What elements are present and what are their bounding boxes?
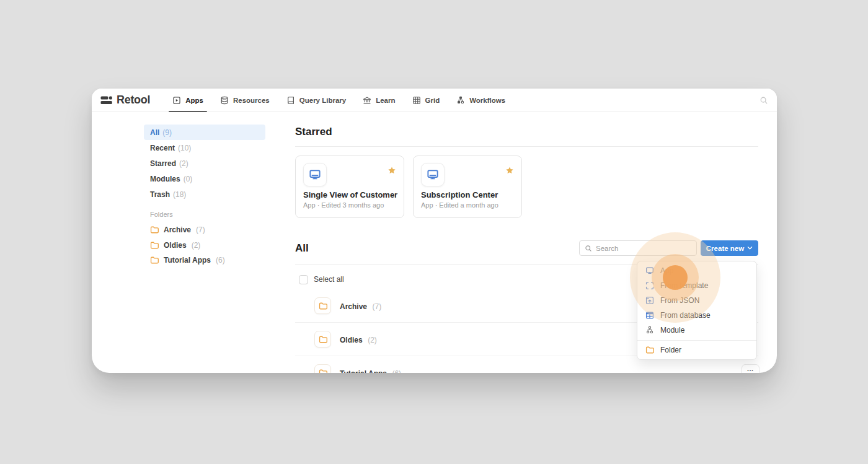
folder-icon-box bbox=[314, 364, 331, 373]
sidebar-item-label: Trash bbox=[150, 190, 170, 199]
tab-workflows[interactable]: Workflows bbox=[456, 89, 505, 112]
all-section-header: All Create new bbox=[295, 240, 758, 256]
bank-icon bbox=[363, 96, 371, 105]
search-icon bbox=[585, 245, 592, 252]
book-icon bbox=[286, 96, 295, 105]
folder-icon-box bbox=[314, 331, 331, 348]
folder-row-count: (2) bbox=[368, 336, 377, 344]
sidebar-item-count: (0) bbox=[184, 175, 193, 183]
sidebar-folder-archive[interactable]: Archive (7) bbox=[144, 222, 265, 238]
retool-logo[interactable]: Retool bbox=[100, 94, 150, 107]
module-icon bbox=[645, 326, 654, 335]
tab-learn[interactable]: Learn bbox=[363, 89, 395, 112]
workflow-icon bbox=[456, 96, 465, 105]
import-json-icon bbox=[645, 296, 654, 305]
menu-item-from-template[interactable]: From template bbox=[637, 278, 756, 293]
folder-icon bbox=[150, 225, 159, 234]
select-all-label: Select all bbox=[314, 275, 344, 284]
tab-apps[interactable]: Apps bbox=[172, 89, 203, 112]
sidebar: All (9) Recent (10) Starred (2) Modules … bbox=[144, 125, 265, 268]
app-card-single-view-of-customer[interactable]: Single View of Customer App · Edited 3 m… bbox=[295, 155, 404, 218]
folder-label: Tutorial Apps bbox=[164, 256, 211, 265]
menu-item-from-json[interactable]: From JSON bbox=[637, 293, 756, 308]
folder-count: (6) bbox=[216, 256, 225, 265]
sidebar-folder-tutorial-apps[interactable]: Tutorial Apps (6) bbox=[144, 253, 265, 268]
app-window: Retool Apps bbox=[92, 89, 777, 373]
menu-item-label: Folder bbox=[660, 346, 681, 354]
menu-item-label: Module bbox=[660, 326, 684, 335]
sidebar-item-trash[interactable]: Trash (18) bbox=[144, 186, 265, 202]
menu-item-folder[interactable]: Folder bbox=[637, 343, 756, 357]
retool-logo-icon bbox=[100, 95, 112, 105]
tab-apps-label: Apps bbox=[185, 97, 203, 104]
create-new-button[interactable]: Create new bbox=[701, 240, 758, 256]
database-icon bbox=[220, 96, 229, 105]
tab-grid-label: Grid bbox=[425, 97, 440, 104]
tab-learn-label: Learn bbox=[376, 97, 395, 104]
sidebar-item-label: All bbox=[150, 128, 159, 137]
sidebar-folder-oldies[interactable]: Oldies (2) bbox=[144, 238, 265, 253]
sidebar-item-modules[interactable]: Modules (0) bbox=[144, 171, 265, 186]
folder-row-label: Archive bbox=[340, 302, 367, 311]
apps-icon bbox=[172, 96, 181, 105]
search-input[interactable] bbox=[596, 245, 691, 252]
logo-text: Retool bbox=[117, 94, 150, 107]
folder-row-label: Tutorial Apps bbox=[340, 369, 387, 374]
folder-icon bbox=[150, 241, 159, 250]
menu-item-label: From database bbox=[660, 311, 711, 320]
sidebar-item-recent[interactable]: Recent (10) bbox=[144, 140, 265, 155]
app-icon-box bbox=[421, 163, 445, 186]
folder-label: Archive bbox=[164, 225, 191, 234]
tab-query-library[interactable]: Query Library bbox=[286, 89, 346, 112]
sidebar-item-count: (18) bbox=[173, 190, 186, 199]
app-card-title: Subscription Center bbox=[421, 190, 498, 199]
sidebar-item-all[interactable]: All (9) bbox=[144, 125, 265, 140]
grid-icon bbox=[412, 96, 421, 105]
sidebar-item-starred[interactable]: Starred (2) bbox=[144, 155, 265, 171]
create-new-menu: App From template From JSON bbox=[637, 261, 757, 360]
select-all-checkbox[interactable] bbox=[299, 275, 308, 284]
all-section-title: All bbox=[295, 242, 309, 255]
star-icon[interactable] bbox=[388, 166, 396, 175]
app-card-title: Single View of Customer bbox=[303, 190, 397, 199]
monitor-icon bbox=[645, 266, 654, 275]
menu-item-app[interactable]: App bbox=[637, 263, 756, 278]
folder-row-count: (7) bbox=[372, 302, 381, 311]
folder-row-count: (6) bbox=[392, 369, 401, 374]
app-card-subscription-center[interactable]: Subscription Center App · Edited a month… bbox=[413, 155, 522, 218]
sidebar-item-label: Starred bbox=[150, 159, 176, 168]
chevron-down-icon bbox=[747, 246, 753, 250]
app-card-meta: App · Edited 3 months ago bbox=[303, 201, 384, 209]
sidebar-item-count: (10) bbox=[178, 144, 191, 152]
folder-icon-box bbox=[314, 297, 331, 314]
menu-item-label: From JSON bbox=[660, 296, 699, 305]
tab-grid[interactable]: Grid bbox=[412, 89, 440, 112]
sidebar-item-label: Recent bbox=[150, 144, 175, 152]
star-icon[interactable] bbox=[505, 166, 514, 175]
starred-cards: Single View of Customer App · Edited 3 m… bbox=[295, 155, 758, 218]
folder-count: (7) bbox=[196, 225, 205, 234]
nav-tabs: Apps Resources bbox=[172, 89, 505, 112]
folder-count: (2) bbox=[192, 241, 201, 250]
table-icon bbox=[645, 311, 654, 320]
folder-label: Oldies bbox=[164, 241, 187, 250]
menu-item-module[interactable]: Module bbox=[637, 323, 756, 338]
app-card-meta: App · Edited a month ago bbox=[421, 201, 498, 209]
sidebar-item-count: (2) bbox=[179, 159, 188, 168]
folder-row-label: Oldies bbox=[340, 336, 363, 344]
folder-icon bbox=[150, 256, 159, 265]
tab-workflows-label: Workflows bbox=[469, 97, 505, 104]
menu-item-from-database[interactable]: From database bbox=[637, 308, 756, 323]
sidebar-item-count: (9) bbox=[162, 128, 172, 137]
tab-resources[interactable]: Resources bbox=[220, 89, 270, 112]
global-search-icon[interactable] bbox=[760, 96, 768, 105]
menu-item-label: From template bbox=[660, 281, 708, 290]
folders-header: Folders bbox=[144, 211, 265, 218]
search-box[interactable] bbox=[579, 240, 697, 256]
menu-item-label: App bbox=[660, 266, 673, 275]
tab-resources-label: Resources bbox=[233, 97, 270, 104]
more-options-button[interactable]: … bbox=[742, 364, 760, 373]
create-new-label: Create new bbox=[706, 245, 744, 252]
divider bbox=[295, 146, 758, 147]
template-corners-icon bbox=[645, 281, 654, 290]
